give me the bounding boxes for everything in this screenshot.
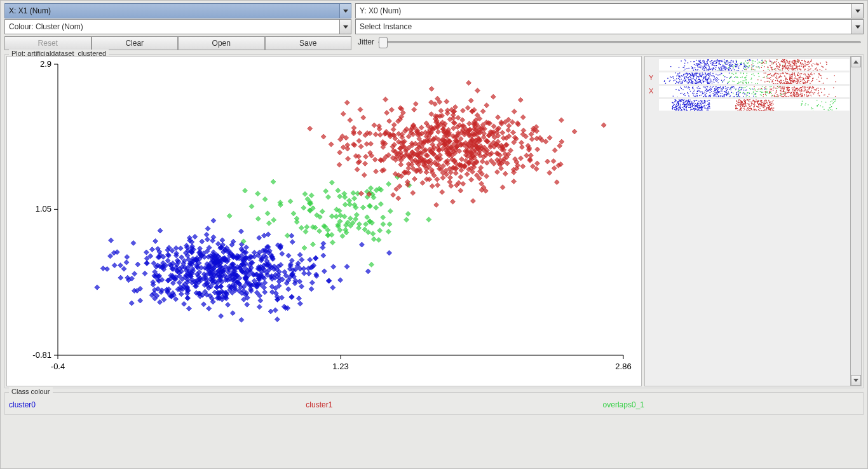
thumbnail-canvas [659,99,850,111]
button-row: Reset Clear Open Save [4,36,351,50]
thumbnails-scrollbar[interactable] [850,57,861,386]
thumbnail-y-label: Y [649,74,653,81]
select-instance-dropdown-label: Select Instance [356,22,851,31]
y-axis-dropdown[interactable]: Y: X0 (Num) [355,3,864,18]
attribute-thumbnails-panel: Y X [644,56,862,386]
jitter-label: Jitter [358,37,374,46]
class-label-cluster1: cluster1 [306,400,332,409]
thumbnail-strip[interactable] [648,59,848,71]
select-instance-dropdown[interactable]: Select Instance [355,19,864,34]
jitter-slider-thumb[interactable] [379,37,388,48]
clear-button[interactable]: Clear [92,36,179,50]
scroll-up-icon[interactable] [851,57,861,67]
open-button[interactable]: Open [178,36,265,50]
right-controls-column: Y: X0 (Num) Select Instance Jitter [355,3,864,50]
svg-text:1.05: 1.05 [36,204,51,214]
chevron-down-icon [851,20,863,34]
thumbnail-strip[interactable]: X [648,86,848,97]
thumbnails-inner: Y X [645,57,850,115]
thumbnail-x-label: X [649,87,653,95]
jitter-row: Jitter [355,37,864,46]
scroll-down-icon[interactable] [851,375,861,386]
class-colour-title: Class colour [9,388,53,395]
svg-text:1.23: 1.23 [332,362,348,371]
class-colour-fieldset: Class colour cluster0 cluster1 overlaps0… [4,392,864,415]
chevron-down-icon [339,4,351,18]
thumbnail-canvas [659,72,850,84]
top-controls: X: X1 (Num) Colour: Cluster (Nom) Reset … [1,1,867,50]
jitter-slider[interactable] [378,41,861,43]
thumbnail-canvas [659,86,850,97]
class-colour-row: cluster0 cluster1 overlaps0_1 [9,400,644,409]
save-button[interactable]: Save [265,36,352,50]
scatter-plot[interactable]: -0.41.232.86-0.811.052.9 [6,56,642,386]
x-axis-dropdown-label: X: X1 (Num) [5,6,339,15]
svg-text:-0.4: -0.4 [51,362,65,371]
plot-row: -0.41.232.86-0.811.052.9 Y X [6,56,862,386]
thumbnail-strip[interactable] [648,99,848,111]
class-label-overlaps: overlaps0_1 [603,400,644,409]
y-axis-dropdown-label: Y: X0 (Num) [356,6,851,15]
svg-text:2.9: 2.9 [40,59,51,69]
svg-text:-0.81: -0.81 [32,350,51,360]
class-label-cluster0: cluster0 [9,400,36,409]
weka-visualize-panel: X: X1 (Num) Colour: Cluster (Nom) Reset … [0,0,868,469]
colour-dropdown-label: Colour: Cluster (Nom) [5,22,339,31]
thumbnail-strip[interactable]: Y [648,72,848,84]
svg-text:2.86: 2.86 [615,362,631,371]
colour-dropdown[interactable]: Colour: Cluster (Nom) [4,19,351,34]
x-axis-dropdown[interactable]: X: X1 (Num) [4,3,351,18]
chevron-down-icon [339,20,351,34]
left-controls-column: X: X1 (Num) Colour: Cluster (Nom) Reset … [4,3,351,50]
thumbnail-canvas [659,59,850,71]
reset-button[interactable]: Reset [4,36,92,50]
plot-fieldset: Plot: artificialdataset_clustered -0.41.… [4,54,864,388]
chevron-down-icon [851,4,863,18]
plot-section: Plot: artificialdataset_clustered -0.41.… [4,54,864,388]
scrollbar-track[interactable] [851,67,861,375]
